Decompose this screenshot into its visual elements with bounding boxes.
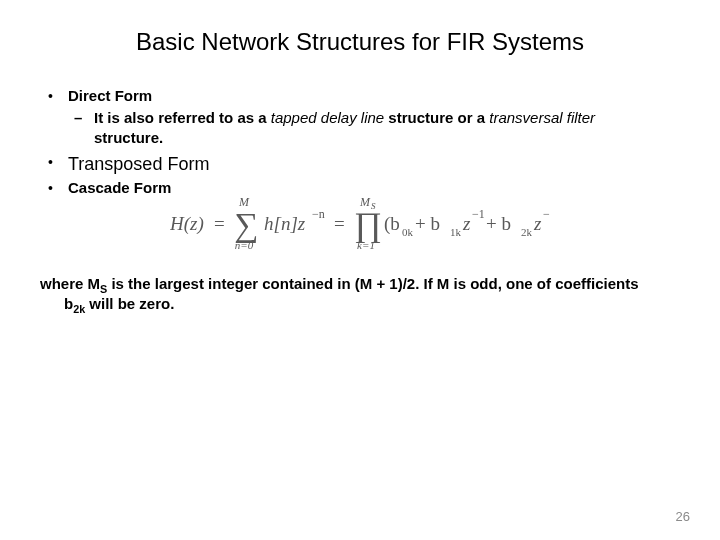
svg-text:=: = [214, 213, 225, 234]
eq-prod-b: + b [415, 213, 440, 234]
bullet-label: Cascade Form [68, 179, 171, 196]
sub-text-post: structure. [94, 129, 163, 146]
bullet-transposed-form: Transposed Form [40, 152, 680, 176]
eq-prod-a: (b [384, 213, 400, 235]
page-number: 26 [676, 509, 690, 524]
eq-prod-b-sub: 1k [450, 226, 462, 238]
para-mid1: is the largest integer contained in (M +… [107, 275, 638, 292]
eq-sum-exp: −n [312, 207, 325, 221]
eq-sum-body: h[n]z [264, 213, 306, 234]
bullet-list: Direct Form It is also referred to as a … [40, 86, 680, 198]
eq-prod-e-exp: −2 [543, 207, 550, 221]
bullet-label: Transposed Form [68, 154, 209, 174]
bullet-label: Direct Form [68, 87, 152, 104]
eq-prod-a-sub: 0k [402, 226, 414, 238]
sub-text-italic-1: tapped delay line [271, 109, 384, 126]
eq-prod-upper-b: S [371, 201, 376, 211]
para-line2sub: 2k [73, 303, 85, 315]
slide: Basic Network Structures for FIR Systems… [0, 0, 720, 540]
svg-text:=: = [334, 213, 345, 234]
eq-prod-e: z [533, 213, 542, 234]
eq-sum-lower: n=0 [235, 239, 254, 251]
bullet-cascade-form: Cascade Form [40, 178, 680, 198]
eq-prod-c: z [462, 213, 471, 234]
eq-lhs: H(z) [170, 213, 204, 235]
para-pre: where M [40, 275, 100, 292]
sub-text-mid: structure or a [384, 109, 489, 126]
sub-text-pre: It is also referred to as a [94, 109, 271, 126]
sub-bullet-list: It is also referred to as a tapped delay… [68, 108, 680, 148]
eq-prod-lower: k=1 [357, 239, 375, 251]
para-line2b: will be zero. [85, 295, 174, 312]
body-paragraph: where MS is the largest integer containe… [40, 274, 680, 314]
sub-text-italic-2: transversal filter [489, 109, 595, 126]
slide-title: Basic Network Structures for FIR Systems [40, 28, 680, 56]
eq-prod-c-exp: −1 [472, 207, 485, 221]
equation-formula: H(z) = ∑ M n=0 h[n]z −n = ∏ M S k=1 (b 0… [170, 196, 550, 252]
sub-bullet-tapped: It is also referred to as a tapped delay… [68, 108, 680, 148]
equation-row: H(z) = ∑ M n=0 h[n]z −n = ∏ M S k=1 (b 0… [40, 196, 680, 252]
eq-prod-d: + b [486, 213, 511, 234]
para-line2a: b [64, 295, 73, 312]
bullet-direct-form: Direct Form It is also referred to as a … [40, 86, 680, 148]
eq-prod-d-sub: 2k [521, 226, 533, 238]
